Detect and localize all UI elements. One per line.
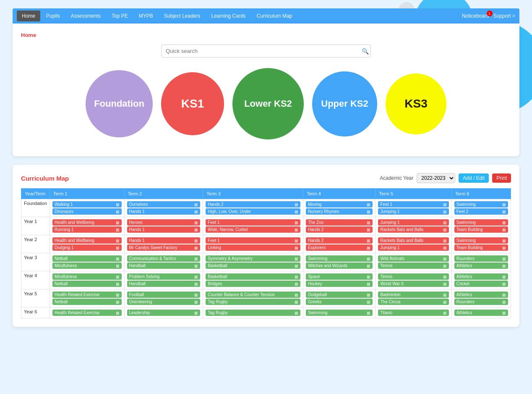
activity-tag[interactable]: Basketball▩: [206, 273, 300, 280]
activity-tag[interactable]: Tag Rugby▩: [206, 310, 300, 316]
activity-tag[interactable]: World War II▩: [378, 281, 449, 287]
activity-tag[interactable]: Hands 2▩: [206, 201, 300, 208]
activity-tag[interactable]: Greeks▩: [306, 299, 373, 305]
nav-item-curriculum-map[interactable]: Curriculum Map: [252, 11, 297, 21]
activity-tag[interactable]: Hockey▩: [306, 281, 373, 287]
activity-tag[interactable]: Tennis▩: [378, 273, 449, 280]
activity-tag[interactable]: Netball▩: [52, 281, 121, 287]
activity-tag[interactable]: Swimming▩: [454, 219, 508, 226]
noticeboard-button[interactable]: Noticeboard 1: [462, 13, 489, 19]
activity-tag[interactable]: Dinosaurs▩: [52, 208, 121, 215]
activity-tag[interactable]: Heroes▩: [127, 219, 201, 226]
activity-tag[interactable]: Bridges▩: [206, 281, 300, 287]
nav-item-learning-cards[interactable]: Learning Cards: [206, 11, 251, 21]
activity-tag[interactable]: Counter Balance & Counter Tension▩: [206, 292, 300, 298]
activity-tag[interactable]: Rackets Bats and Balls▩: [378, 237, 449, 244]
activity-tag[interactable]: Health Related Exercise▩: [52, 292, 121, 298]
activity-tag[interactable]: Hands 1▩: [127, 237, 201, 244]
activity-tag[interactable]: Athletics▩: [454, 292, 508, 298]
print-button[interactable]: Print: [492, 173, 511, 183]
activity-tag[interactable]: Hands 2▩: [306, 237, 373, 244]
activity-tag[interactable]: Orienteering▩: [127, 299, 201, 305]
activity-tag[interactable]: Mindfulness▩: [52, 263, 121, 269]
ks-circle-foundation[interactable]: Foundation: [86, 70, 153, 137]
activity-tag[interactable]: Netball▩: [52, 255, 121, 262]
activity-tag[interactable]: Rounders▩: [454, 299, 508, 305]
activity-tag[interactable]: Symmetry & Asymmetry▩: [206, 255, 300, 262]
activity-tag[interactable]: High, Low, Over, Under▩: [206, 208, 300, 215]
nav-item-mypb[interactable]: MYPB: [134, 11, 158, 21]
activity-tag[interactable]: Nursery Rhymes▩: [306, 208, 373, 215]
activity-tag[interactable]: Dodgeball▩: [306, 292, 373, 298]
ks-circle-upper-ks2[interactable]: Upper KS2: [312, 71, 377, 137]
activity-tag[interactable]: Athletics▩: [454, 273, 508, 280]
activity-tag[interactable]: Football▩: [127, 292, 201, 298]
activity-tag[interactable]: Swimming▩: [306, 255, 373, 262]
activity-tag[interactable]: Handball▩: [127, 263, 201, 269]
activity-tag[interactable]: Cricket▩: [454, 281, 508, 287]
activity-tag[interactable]: The Circus▩: [378, 299, 449, 305]
year-label: Year 5: [21, 289, 50, 307]
activity-tag[interactable]: Basketball▩: [206, 263, 300, 269]
activity-tag[interactable]: Witches and Wizards▩: [306, 263, 373, 269]
activity-tag[interactable]: Moving▩: [306, 201, 373, 208]
activity-tag[interactable]: Problem Solving▩: [127, 273, 201, 280]
activity-tag[interactable]: Wild Animals▩: [378, 255, 449, 262]
nav-item-home[interactable]: Home: [17, 11, 40, 21]
ks-circle-lower-ks2[interactable]: Lower KS2: [232, 68, 304, 139]
support-button[interactable]: Support >: [493, 13, 515, 19]
col-header-term-6: Term 6: [451, 189, 511, 199]
activity-tag[interactable]: Tennis▩: [378, 263, 449, 269]
activity-tag[interactable]: Mr Candys Sweet Factory▩: [127, 244, 201, 251]
activity-tag[interactable]: Walking 1▩: [52, 201, 121, 208]
activity-tag[interactable]: Netball▩: [52, 299, 121, 305]
academic-year-select[interactable]: 2022-2023: [417, 173, 455, 183]
activity-tag[interactable]: Communication & Tactics▩: [127, 255, 201, 262]
activity-tag[interactable]: Athletics▩: [454, 310, 508, 316]
ks-circle-ks3[interactable]: KS3: [386, 74, 446, 134]
activity-tag[interactable]: Linking▩: [206, 244, 300, 251]
activity-tag[interactable]: Mindfulness▩: [52, 273, 121, 280]
activity-tag[interactable]: Team Building▩: [454, 244, 508, 251]
activity-tag[interactable]: Swimming▩: [454, 201, 508, 208]
activity-tag[interactable]: Health and Wellbeing▩: [52, 237, 121, 244]
activity-tag[interactable]: Rackets Bats and Balls▩: [378, 226, 449, 233]
activity-tag[interactable]: Leadership▩: [127, 310, 201, 316]
add-edit-button[interactable]: Add / Edit: [459, 173, 489, 183]
activity-tag[interactable]: Badminton▩: [378, 292, 449, 298]
activity-tag[interactable]: Running 1▩: [52, 226, 121, 233]
activity-tag[interactable]: Swimming▩: [306, 310, 373, 316]
activity-tag[interactable]: Ourselves▩: [127, 201, 201, 208]
activity-tag[interactable]: Jumping 1▩: [378, 219, 449, 226]
activity-tag[interactable]: Feet 1▩: [378, 201, 449, 208]
search-button[interactable]: 🔍: [362, 48, 369, 55]
nav-item-top-pe[interactable]: Top PE: [107, 11, 133, 21]
activity-tag[interactable]: Hands 1▩: [127, 226, 201, 233]
activity-tag[interactable]: Health and Wellbeing▩: [52, 219, 121, 226]
activity-tag[interactable]: Feet 1▩: [206, 237, 300, 244]
activity-tag[interactable]: Explorers▩: [306, 244, 373, 251]
activity-tag[interactable]: Titanic▩: [378, 310, 449, 316]
activity-tag[interactable]: Health Related Exercise▩: [52, 310, 121, 316]
nav-item-subject-leaders[interactable]: Subject Leaders: [159, 11, 206, 21]
activity-tag[interactable]: Handball▩: [127, 281, 201, 287]
activity-tag[interactable]: The Zoo▩: [306, 219, 373, 226]
activity-tag[interactable]: Hands 2▩: [306, 226, 373, 233]
nav-item-pupils[interactable]: Pupils: [41, 11, 65, 21]
activity-tag[interactable]: Space▩: [306, 273, 373, 280]
activity-tag[interactable]: Hands 1▩: [127, 208, 201, 215]
activity-tag[interactable]: Jumping 1▩: [378, 208, 449, 215]
activity-tag[interactable]: Feet 1▩: [206, 219, 300, 226]
activity-tag[interactable]: Tag Rugby▩: [206, 299, 300, 305]
activity-tag[interactable]: Rounders▩: [454, 255, 508, 262]
activity-tag[interactable]: Dodging 1▩: [52, 244, 121, 251]
activity-tag[interactable]: Swimming▩: [454, 237, 508, 244]
activity-tag[interactable]: Jumping 1▩: [378, 244, 449, 251]
activity-tag[interactable]: Feet 2▩: [454, 208, 508, 215]
search-input[interactable]: [161, 45, 371, 58]
ks-circle-ks1[interactable]: KS1: [161, 72, 224, 135]
activity-tag[interactable]: Team Building▩: [454, 226, 508, 233]
nav-item-assessments[interactable]: Assessments: [66, 11, 106, 21]
activity-tag[interactable]: Wide, Narrow, Curled▩: [206, 226, 300, 233]
activity-tag[interactable]: Athletics▩: [454, 263, 508, 269]
